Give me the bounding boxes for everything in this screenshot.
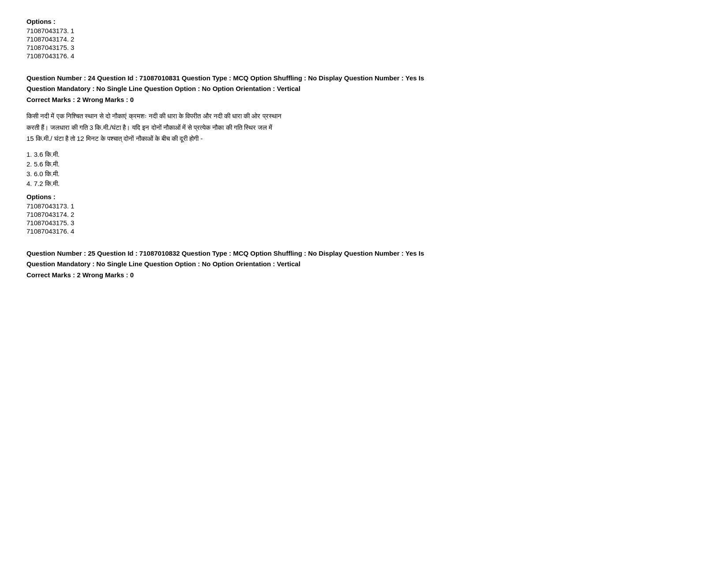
q24-options-label: Options : — [26, 193, 702, 200]
question-25-marks: Correct Marks : 2 Wrong Marks : 0 — [26, 271, 702, 279]
question-24-meta-line1: Question Number : 24 Question Id : 71087… — [26, 74, 424, 82]
answer-option-4: 4. 7.2 कि.मी. — [26, 180, 702, 188]
question-25-section: Question Number : 25 Question Id : 71087… — [26, 248, 702, 279]
option-id: 71087043175. 3 — [26, 44, 74, 51]
list-item: 71087043174. 2 — [26, 35, 702, 43]
list-item: 71087043175. 3 — [26, 219, 702, 227]
option-id: 71087043173. 1 — [26, 27, 74, 34]
question-24-meta-line2: Question Mandatory : No Single Line Ques… — [26, 85, 300, 92]
list-item: 71087043173. 1 — [26, 202, 702, 210]
top-options-label: Options : — [26, 18, 702, 25]
question-25-meta-line1: Question Number : 25 Question Id : 71087… — [26, 249, 424, 257]
list-item: 71087043176. 4 — [26, 52, 702, 60]
question-24-meta: Question Number : 24 Question Id : 71087… — [26, 73, 702, 94]
question-24-section: Question Number : 24 Question Id : 71087… — [26, 73, 702, 235]
list-item: 71087043176. 4 — [26, 227, 702, 235]
top-options-section: Options : 71087043173. 1 71087043174. 2 … — [26, 18, 702, 60]
question-24-body-line2: करती हैं। जलधारा की गति 3 कि.मी./घंटा है… — [26, 124, 272, 131]
question-25-meta-line2: Question Mandatory : No Single Line Ques… — [26, 260, 300, 268]
answer-option-3: 3. 6.0 कि.मी. — [26, 170, 702, 178]
question-24-body-line1: किसी नदी में एक निश्चित स्थान से दो नौका… — [26, 112, 281, 120]
option-id: 71087043174. 2 — [26, 35, 74, 43]
answer-option-2: 2. 5.6 कि.मी. — [26, 160, 702, 168]
list-item: 71087043173. 1 — [26, 27, 702, 34]
answer-option-1: 1. 3.6 कि.मी. — [26, 151, 702, 159]
list-item: 71087043175. 3 — [26, 44, 702, 51]
question-24-body-line3: 15 कि.मी./ घंटा है तो 12 मिनट के पश्चात्… — [26, 135, 203, 142]
question-25-meta: Question Number : 25 Question Id : 71087… — [26, 248, 702, 269]
question-24-body: किसी नदी में एक निश्चित स्थान से दो नौका… — [26, 110, 702, 144]
list-item: 71087043174. 2 — [26, 211, 702, 218]
option-id: 71087043176. 4 — [26, 52, 74, 60]
question-24-marks: Correct Marks : 2 Wrong Marks : 0 — [26, 96, 702, 103]
